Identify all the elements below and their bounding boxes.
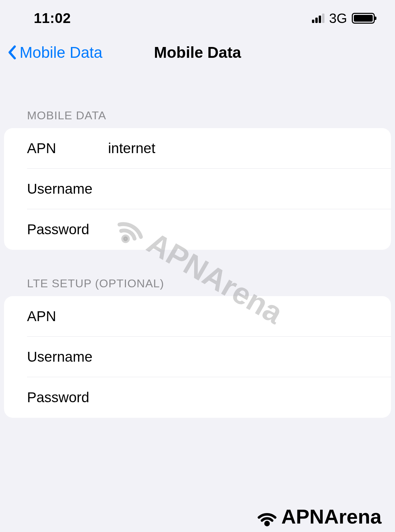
section-header-lte-setup: LTE SETUP (OPTIONAL)	[0, 250, 395, 296]
lte-apn-row[interactable]: APN	[4, 296, 391, 337]
status-right: 3G	[312, 11, 375, 26]
apn-label: APN	[27, 140, 108, 156]
svg-point-1	[266, 522, 269, 525]
mobile-data-card: APN Username Password	[4, 128, 391, 250]
battery-icon	[352, 13, 375, 24]
back-button-label: Mobile Data	[20, 43, 102, 62]
status-time: 11:02	[34, 10, 71, 26]
cellular-signal-icon	[312, 14, 324, 23]
username-row[interactable]: Username	[4, 169, 391, 209]
lte-username-row[interactable]: Username	[4, 337, 391, 377]
password-label: Password	[27, 221, 108, 238]
page-title: Mobile Data	[154, 43, 241, 62]
lte-username-input[interactable]	[108, 349, 381, 365]
network-type-label: 3G	[329, 11, 347, 26]
lte-apn-label: APN	[27, 308, 108, 324]
lte-password-input[interactable]	[108, 389, 381, 406]
lte-username-label: Username	[27, 349, 108, 365]
status-bar: 11:02 3G	[0, 0, 395, 33]
lte-password-row[interactable]: Password	[4, 377, 391, 418]
section-header-mobile-data: MOBILE DATA	[0, 75, 395, 128]
lte-password-label: Password	[27, 389, 108, 406]
lte-setup-card: APN Username Password	[4, 296, 391, 418]
apn-row[interactable]: APN	[4, 128, 391, 169]
chevron-left-icon	[7, 45, 17, 60]
username-label: Username	[27, 181, 108, 197]
password-input[interactable]	[108, 221, 381, 238]
watermark-bottom-text: APNArena	[281, 505, 381, 528]
apn-input[interactable]	[108, 140, 381, 156]
password-row[interactable]: Password	[4, 209, 391, 250]
lte-apn-input[interactable]	[108, 308, 381, 324]
navigation-bar: Mobile Data Mobile Data	[0, 33, 395, 75]
watermark-bottom: APNArena	[255, 504, 381, 529]
back-button[interactable]: Mobile Data	[7, 43, 102, 62]
username-input[interactable]	[108, 181, 381, 197]
